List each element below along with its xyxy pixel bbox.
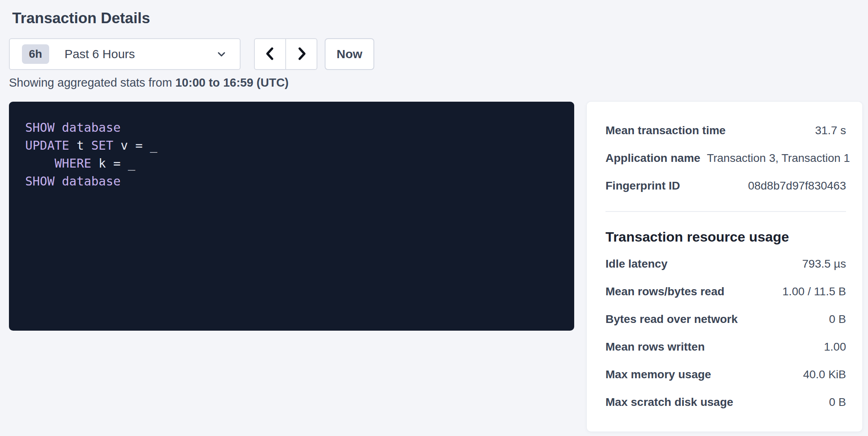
- stat-row: Mean rows written1.00: [605, 333, 846, 361]
- stat-row: Application nameTransaction 3, Transacti…: [605, 144, 846, 172]
- chevron-left-icon: [262, 45, 279, 63]
- stat-label: Max memory usage: [605, 368, 711, 381]
- resource-usage-stats: Idle latency793.5 µsMean rows/bytes read…: [605, 250, 846, 416]
- time-range-badge: 6h: [22, 44, 49, 64]
- time-controls: 6h Past 6 Hours: [9, 38, 862, 70]
- stat-label: Application name: [605, 152, 700, 165]
- stat-value: 1.00 / 11.5 B: [782, 285, 846, 298]
- stat-row: Idle latency793.5 µs: [605, 250, 846, 278]
- stat-value: 1.00: [824, 340, 846, 353]
- summary-stats: Mean transaction time31.7 sApplication n…: [605, 117, 846, 200]
- caption-prefix: Showing aggregated stats from: [9, 76, 175, 89]
- stat-row: Bytes read over network0 B: [605, 305, 846, 333]
- stat-value: 0 B: [829, 396, 846, 409]
- stat-value: 31.7 s: [815, 124, 846, 137]
- stat-label: Idle latency: [605, 257, 668, 270]
- stat-label: Bytes read over network: [605, 313, 738, 326]
- caption-time-range: 10:00 to 16:59 (UTC): [175, 76, 289, 89]
- details-panel: Mean transaction time31.7 sApplication n…: [587, 102, 862, 432]
- panel-divider: [605, 211, 846, 212]
- stat-value: 08d8b7d97f830463: [748, 179, 846, 192]
- chevron-right-icon: [293, 45, 310, 63]
- stat-row: Mean transaction time31.7 s: [605, 117, 846, 144]
- time-range-label: Past 6 Hours: [65, 47, 215, 61]
- transaction-details-page: Transaction Details 6h Past 6 Hours: [0, 0, 868, 432]
- stat-label: Max scratch disk usage: [605, 396, 733, 409]
- stat-label: Mean rows/bytes read: [605, 285, 725, 298]
- resource-usage-heading: Transaction resource usage: [605, 228, 846, 245]
- main-content: SHOW database UPDATE t SET v = _ WHERE k…: [9, 102, 862, 432]
- stat-value: 793.5 µs: [802, 257, 846, 270]
- chevron-down-icon: [215, 48, 228, 60]
- stat-value: Transaction 3, Transaction 1: [707, 152, 850, 165]
- stat-label: Mean transaction time: [605, 124, 726, 137]
- sql-statement-box: SHOW database UPDATE t SET v = _ WHERE k…: [9, 102, 574, 331]
- time-range-picker[interactable]: 6h Past 6 Hours: [9, 38, 241, 70]
- page-title: Transaction Details: [12, 9, 862, 28]
- stat-row: Max scratch disk usage0 B: [605, 388, 846, 416]
- stat-row: Fingerprint ID08d8b7d97f830463: [605, 172, 846, 200]
- time-step-buttons: [254, 38, 317, 70]
- stat-label: Mean rows written: [605, 340, 705, 353]
- stat-value: 40.0 KiB: [803, 368, 846, 381]
- stat-value: 0 B: [829, 313, 846, 326]
- now-button[interactable]: Now: [325, 38, 374, 70]
- stat-label: Fingerprint ID: [605, 179, 680, 192]
- stat-row: Mean rows/bytes read1.00 / 11.5 B: [605, 278, 846, 305]
- stat-row: Max memory usage40.0 KiB: [605, 361, 846, 388]
- aggregated-stats-caption: Showing aggregated stats from 10:00 to 1…: [9, 75, 862, 90]
- next-range-button[interactable]: [286, 39, 317, 69]
- sql-statement-text: SHOW database UPDATE t SET v = _ WHERE k…: [25, 119, 558, 190]
- previous-range-button[interactable]: [255, 39, 286, 69]
